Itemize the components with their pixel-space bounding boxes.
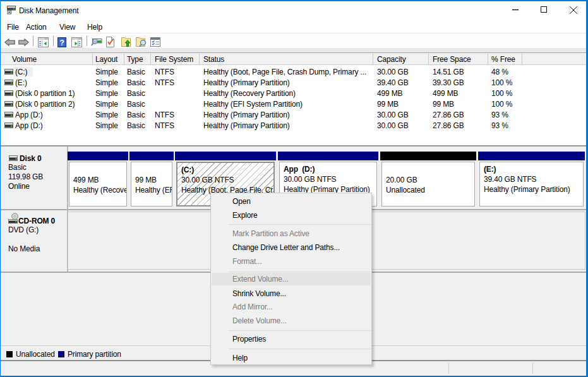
svg-text:?: ? [59, 39, 64, 47]
